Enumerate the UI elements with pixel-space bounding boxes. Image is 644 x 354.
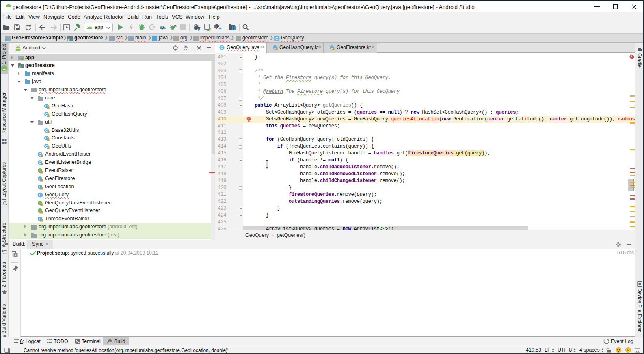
svg-text:I: I bbox=[39, 201, 40, 205]
svg-text:C: C bbox=[39, 152, 41, 157]
svg-text:C: C bbox=[39, 161, 41, 165]
svg-text:C: C bbox=[45, 136, 48, 140]
svg-text:C: C bbox=[45, 112, 48, 116]
svg-text:I: I bbox=[39, 209, 40, 213]
svg-text:C: C bbox=[39, 185, 41, 189]
svg-text:C: C bbox=[45, 144, 48, 148]
svg-text:C: C bbox=[331, 46, 333, 49]
svg-text:C: C bbox=[45, 128, 48, 132]
svg-text:C: C bbox=[45, 104, 48, 108]
svg-text:C: C bbox=[39, 217, 41, 221]
svg-text:C: C bbox=[275, 36, 278, 41]
svg-text:C: C bbox=[274, 46, 276, 49]
svg-text:C: C bbox=[39, 193, 42, 197]
svg-text:C: C bbox=[39, 176, 41, 180]
svg-text:!: ! bbox=[248, 117, 249, 121]
svg-text:C: C bbox=[220, 45, 223, 49]
svg-text:I: I bbox=[39, 169, 40, 173]
